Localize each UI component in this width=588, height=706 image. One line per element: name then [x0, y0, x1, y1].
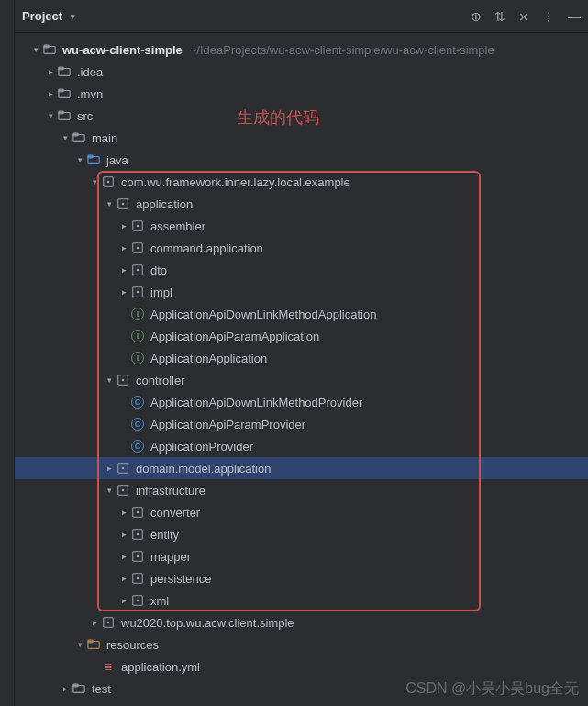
svg-point-33 [137, 533, 139, 536]
tree-row[interactable]: ▸ dto [15, 259, 588, 281]
svg-point-15 [122, 203, 125, 206]
chevron-right-icon[interactable]: ▸ [117, 552, 130, 561]
chevron-down-icon[interactable]: ▾ [103, 375, 116, 385]
yaml-icon: ≣ [101, 659, 116, 674]
chevron-right-icon[interactable]: ▸ [59, 684, 72, 693]
file-label: application.yml [121, 660, 200, 674]
tree-row[interactable]: I ApplicationApiDownLinkMethodApplicatio… [15, 303, 588, 325]
tree-row[interactable]: ▸ xml [15, 589, 588, 611]
chevron-down-icon: ▾ [66, 12, 79, 21]
package-label: entity [150, 528, 179, 542]
chevron-right-icon[interactable]: ▸ [117, 243, 130, 252]
tree-row-selected[interactable]: ▸ domain.model.application [15, 457, 588, 479]
chevron-down-icon[interactable]: ▾ [103, 199, 116, 208]
chevron-right-icon[interactable]: ▸ [117, 574, 130, 583]
tree-row[interactable]: C ApplicationApiDownLinkMethodProvider [15, 391, 588, 413]
panel-actions: ⊕ ⇅ ⤫ ⋮ — [471, 9, 581, 24]
tree-row[interactable]: ▾ main [15, 127, 588, 149]
module-path: ~/IdeaProjects/wu-acw-client-simple/wu-a… [190, 43, 494, 57]
folder-icon [57, 108, 72, 123]
tree-row[interactable]: ▸ .idea [15, 61, 588, 83]
file-label: ApplicationProvider [150, 440, 253, 454]
tree-row[interactable]: ▾ com.wu.framework.inner.lazy.local.exam… [15, 171, 588, 193]
tree-row[interactable]: ▸ impl [15, 281, 588, 303]
svg-point-19 [137, 247, 139, 250]
project-view-dropdown[interactable]: Project ▾ [22, 9, 79, 23]
tree-row[interactable]: ▾ application [15, 193, 588, 215]
folder-icon [72, 681, 86, 696]
file-label: ApplicationApiDownLinkMethodApplication [150, 308, 376, 321]
svg-point-41 [107, 622, 110, 624]
package-icon [130, 219, 145, 233]
chevron-right-icon[interactable]: ▸ [103, 464, 116, 473]
package-label: assembler [150, 219, 205, 233]
tree-row[interactable]: ▸ converter [15, 501, 588, 523]
chevron-down-icon[interactable]: ▾ [44, 111, 57, 120]
folder-label: test [92, 682, 111, 696]
tree-row[interactable]: C ApplicationProvider [15, 435, 588, 457]
folder-label: src [77, 109, 93, 123]
package-label: dto [150, 263, 167, 277]
folder-label: resources [106, 638, 159, 652]
chevron-down-icon[interactable]: ▾ [29, 45, 42, 54]
source-folder-icon [86, 152, 101, 167]
tree-row[interactable]: ▾ controller [15, 369, 588, 391]
chevron-right-icon[interactable]: ▸ [117, 221, 130, 230]
gutter [0, 0, 15, 706]
chevron-down-icon[interactable]: ▾ [59, 133, 72, 142]
chevron-down-icon[interactable]: ▾ [73, 640, 86, 649]
locate-icon[interactable]: ⊕ [471, 9, 482, 24]
tree-row[interactable]: ▸ persistence [15, 567, 588, 589]
package-icon [116, 196, 130, 211]
expand-all-icon[interactable]: ⇅ [494, 9, 505, 24]
chevron-right-icon[interactable]: ▸ [117, 287, 130, 297]
tree-row[interactable]: ▸ entity [15, 523, 588, 545]
chevron-down-icon[interactable]: ▾ [88, 177, 101, 186]
package-icon [101, 174, 116, 189]
tree-row[interactable]: C ApplicationApiParamProvider [15, 413, 588, 435]
chevron-right-icon[interactable]: ▸ [117, 530, 130, 539]
tree-row[interactable]: ▾ java [15, 149, 588, 171]
chevron-right-icon[interactable]: ▸ [88, 618, 101, 627]
svg-point-37 [137, 577, 139, 580]
package-label: com.wu.framework.inner.lazy.local.exampl… [121, 175, 350, 189]
tree-row[interactable]: ≣ application.yml [15, 656, 588, 678]
chevron-down-icon[interactable]: ▾ [103, 486, 116, 495]
folder-label: main [92, 131, 117, 145]
tree-row[interactable]: ▸ command.application [15, 237, 588, 259]
folder-label: .idea [77, 65, 103, 79]
file-label: ApplicationApiDownLinkMethodProvider [150, 396, 362, 409]
package-icon [130, 593, 145, 608]
resources-folder-icon [86, 637, 101, 652]
folder-icon [72, 130, 86, 145]
tree-row[interactable]: ▸ mapper [15, 545, 588, 567]
package-label: command.application [150, 241, 263, 255]
collapse-all-icon[interactable]: ⤫ [518, 9, 529, 24]
chevron-right-icon[interactable]: ▸ [44, 89, 57, 98]
package-icon [130, 527, 145, 542]
folder-icon [57, 86, 72, 101]
hide-icon[interactable]: — [568, 9, 581, 24]
tree-row[interactable]: ▸ assembler [15, 215, 588, 237]
tree-row[interactable]: I ApplicationApiParamApplication [15, 325, 588, 347]
svg-point-39 [137, 600, 139, 602]
package-label: wu2020.top.wu.acw.client.simple [121, 616, 294, 630]
project-tree[interactable]: ▾ wu-acw-client-simple ~/IdeaProjects/wu… [15, 33, 588, 705]
package-label: persistence [150, 572, 211, 586]
tree-row[interactable]: ▾ resources [15, 633, 588, 656]
tree-row-root[interactable]: ▾ wu-acw-client-simple ~/IdeaProjects/wu… [15, 39, 588, 61]
tree-row[interactable]: ▾ infrastructure [15, 479, 588, 501]
chevron-down-icon[interactable]: ▾ [73, 155, 86, 164]
chevron-right-icon[interactable]: ▸ [117, 596, 130, 605]
chevron-right-icon[interactable]: ▸ [117, 265, 130, 275]
chevron-right-icon[interactable]: ▸ [117, 508, 130, 517]
interface-icon: I [130, 329, 145, 343]
more-icon[interactable]: ⋮ [542, 9, 555, 24]
svg-point-29 [122, 489, 125, 492]
package-icon [116, 373, 130, 387]
tree-row[interactable]: ▸ .mvn [15, 83, 588, 105]
tree-row[interactable]: ▸ test [15, 678, 588, 700]
chevron-right-icon[interactable]: ▸ [44, 67, 57, 76]
tree-row[interactable]: I ApplicationApplication [15, 347, 588, 369]
tree-row[interactable]: ▸ wu2020.top.wu.acw.client.simple [15, 611, 588, 633]
